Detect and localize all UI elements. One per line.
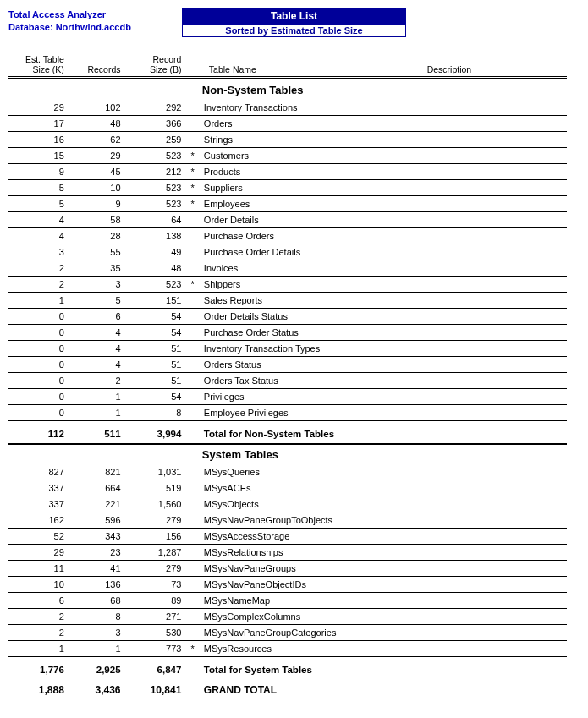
cell-size: 9 — [8, 164, 69, 180]
cell-tablename: Inventory Transaction Types — [202, 341, 393, 357]
table-row: 23530MSysNavPaneGroupCategories — [8, 625, 567, 641]
cell-recordsize: 54 — [126, 389, 187, 405]
cell-star — [186, 309, 201, 325]
cell-recordsize: 530 — [126, 625, 187, 641]
cell-records: 4 — [69, 325, 126, 341]
table-row: 0451Orders Status — [8, 357, 567, 373]
cell-size: 162 — [8, 512, 69, 529]
cell-tablename: MSysACEs — [202, 480, 393, 496]
cell-recordsize: 54 — [126, 309, 187, 325]
cell-star — [186, 480, 201, 496]
cell-description — [393, 561, 567, 577]
cell-tablename: Inventory Transactions — [202, 100, 393, 116]
cell-star: * — [186, 164, 201, 180]
cell-tablename: MSysNavPaneGroupToObjects — [202, 512, 393, 529]
cell-recordsize: 51 — [126, 357, 187, 373]
cell-recordsize: 48 — [126, 260, 187, 277]
cell-tablename: MSysRelationships — [202, 545, 393, 561]
col-header-description: Description — [393, 52, 567, 78]
table-row: 0154Privileges — [8, 389, 567, 405]
table-row: 59523*Employees — [8, 196, 567, 212]
cell-size: 0 — [8, 341, 69, 357]
table-row: 0654Order Details Status — [8, 309, 567, 325]
cell-description — [393, 196, 567, 212]
table-row: 52343156MSysAccessStorage — [8, 529, 567, 545]
cell-records: 4 — [69, 341, 126, 357]
cell-recordsize: 8 — [126, 405, 187, 421]
table-row: 162596279MSysNavPaneGroupToObjects — [8, 512, 567, 529]
cell-recordsize: 1,031 — [126, 464, 187, 480]
col-header-size: Est. TableSize (K) — [8, 52, 69, 78]
cell-size: 1 — [8, 293, 69, 309]
cell-size: 6 — [8, 593, 69, 609]
cell-tablename: MSysObjects — [202, 496, 393, 512]
cell-size: 17 — [8, 116, 69, 132]
cell-recordsize: 1,287 — [126, 545, 187, 561]
table-row: 66889MSysNameMap — [8, 593, 567, 609]
cell-star — [186, 577, 201, 593]
cell-description — [393, 480, 567, 496]
cell-size: 0 — [8, 373, 69, 389]
cell-description — [393, 593, 567, 609]
table-row: 337664519MSysACEs — [8, 480, 567, 496]
cell-description — [393, 389, 567, 405]
cell-size: 2 — [8, 277, 69, 293]
cell-size: 1 — [8, 641, 69, 657]
cell-description — [393, 164, 567, 180]
cell-records: 35 — [69, 260, 126, 277]
cell-description — [393, 373, 567, 389]
cell-size: 11 — [8, 561, 69, 577]
table-row: 510523*Suppliers — [8, 180, 567, 196]
cell-star — [186, 293, 201, 309]
table-row: 15151Sales Reports — [8, 293, 567, 309]
cell-recordsize: 519 — [126, 480, 187, 496]
cell-star: * — [186, 180, 201, 196]
cell-tablename: Orders Status — [202, 357, 393, 373]
cell-tablename: Orders Tax Status — [202, 373, 393, 389]
cell-recordsize: 156 — [126, 529, 187, 545]
table-row: 29102292Inventory Transactions — [8, 100, 567, 116]
cell-tablename: Privileges — [202, 389, 393, 405]
database-label: Database: Northwind.accdb — [8, 21, 182, 34]
cell-star — [186, 260, 201, 277]
table-row: 8278211,031MSysQueries — [8, 464, 567, 480]
cell-tablename: MSysNameMap — [202, 593, 393, 609]
cell-tablename: MSysNavPaneGroupCategories — [202, 625, 393, 641]
cell-records: 45 — [69, 164, 126, 180]
cell-records: 9 — [69, 196, 126, 212]
cell-recordsize: 279 — [126, 512, 187, 529]
cell-records: 343 — [69, 529, 126, 545]
cell-size: 10 — [8, 577, 69, 593]
cell-records: 1 — [69, 389, 126, 405]
table-row: 945212*Products — [8, 164, 567, 180]
cell-size: 0 — [8, 325, 69, 341]
cell-records: 2 — [69, 373, 126, 389]
section-heading: Non-System Tables — [8, 80, 567, 100]
cell-size: 29 — [8, 545, 69, 561]
cell-records: 41 — [69, 561, 126, 577]
cell-records: 596 — [69, 512, 126, 529]
report-title: Table List — [182, 8, 406, 24]
cell-records: 8 — [69, 609, 126, 625]
cell-description — [393, 116, 567, 132]
cell-description — [393, 641, 567, 657]
cell-size: 15 — [8, 148, 69, 164]
cell-tablename: Purchase Orders — [202, 228, 393, 244]
cell-description — [393, 228, 567, 244]
cell-records: 62 — [69, 132, 126, 148]
cell-recordsize: 212 — [126, 164, 187, 180]
cell-records: 1 — [69, 405, 126, 421]
cell-records: 23 — [69, 545, 126, 561]
cell-records: 102 — [69, 100, 126, 116]
cell-recordsize: 64 — [126, 212, 187, 228]
cell-records: 1 — [69, 641, 126, 657]
cell-recordsize: 773 — [126, 641, 187, 657]
cell-recordsize: 49 — [126, 244, 187, 260]
table-row: 35549Purchase Order Details — [8, 244, 567, 260]
table-row: 23548Invoices — [8, 260, 567, 277]
cell-size: 337 — [8, 480, 69, 496]
table-row: 428138Purchase Orders — [8, 228, 567, 244]
cell-description — [393, 625, 567, 641]
cell-size: 2 — [8, 625, 69, 641]
cell-star — [186, 132, 201, 148]
